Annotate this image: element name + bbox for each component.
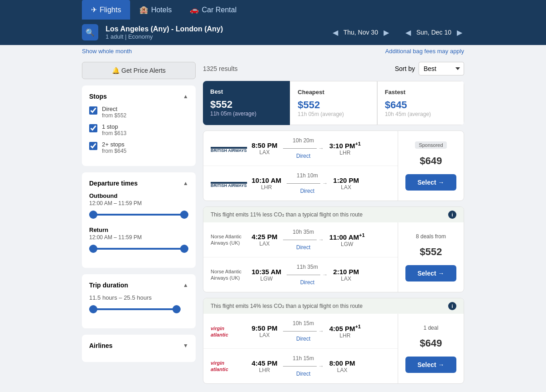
eco-banner-3: This flight emits 14% less CO₂ than a ty… xyxy=(203,298,464,314)
stop-2plus-item: 2+ stops from $645 xyxy=(89,141,188,154)
flight-2-ret-dur-text: 11h 35m xyxy=(287,264,328,270)
show-whole-month-link[interactable]: Show whole month xyxy=(82,48,132,55)
return-label: Return xyxy=(89,226,188,233)
stop-1stop-item: 1 stop from $613 xyxy=(89,123,188,136)
flight-1-out-depart-airport: LAX xyxy=(252,149,278,156)
next-return-date[interactable]: ▶ xyxy=(455,26,464,39)
outbound-slider[interactable] xyxy=(89,210,188,219)
airlines-chevron: ▼ xyxy=(183,342,188,349)
flights-icon: ✈ xyxy=(91,5,97,14)
trip-duration-thumb-left[interactable] xyxy=(89,305,97,313)
trip-duration-track xyxy=(89,308,178,310)
select-button-3[interactable]: Select → xyxy=(405,357,456,373)
eco-banner-2: This flight emits 11% less CO₂ than a ty… xyxy=(203,207,464,222)
outbound-date-nav: ◀ Thu, Nov 30 ▶ xyxy=(331,26,391,39)
top-nav: ✈ Flights 🏨 Hotels 🚗 Car Rental xyxy=(0,0,546,20)
flight-2-ret-depart-time: 10:35 AM xyxy=(252,268,281,276)
eco-info-icon-3[interactable]: i xyxy=(448,302,456,310)
trip-duration-thumb-right[interactable] xyxy=(172,305,181,313)
flight-3-legs: virgin atlantic 9:50 PM LAX 10h xyxy=(203,314,398,383)
flight-1-out-stops: Direct xyxy=(283,153,324,159)
stop-2plus-checkbox[interactable] xyxy=(89,142,97,150)
eco-info-icon-2[interactable]: i xyxy=(448,211,456,219)
flight-3-price-col: 1 deal $649 Select → xyxy=(398,314,464,383)
flight-3-return-times: 4:45 PM LHR 11h 15m → Direct xyxy=(252,355,390,377)
flight-2-ret-depart: 10:35 AM LGW xyxy=(252,268,281,282)
return-thumb-left[interactable] xyxy=(89,245,97,253)
flight-2-out-bar xyxy=(283,240,317,240)
stops-label: Stops xyxy=(89,93,107,100)
return-track xyxy=(89,248,188,250)
bag-fees-link[interactable]: Additional bag fees may apply xyxy=(385,48,464,55)
flight-2-outbound: Norse AtlanticAirways (UK) 4:25 PM LAX 1… xyxy=(203,222,398,257)
outbound-track xyxy=(89,214,188,216)
flight-3-ret-duration: 11h 15m → Direct xyxy=(283,355,324,377)
prev-return-date[interactable]: ◀ xyxy=(404,26,413,39)
prev-outbound-date[interactable]: ◀ xyxy=(331,26,340,39)
virgin-atlantic-logo-2: virgin atlantic xyxy=(211,359,238,372)
sub-bar: Show whole month Additional bag fees may… xyxy=(0,45,546,57)
trip-duration-label: Trip duration xyxy=(89,281,128,289)
price-tab-cheapest[interactable]: Cheapest $552 11h 05m (average) xyxy=(290,81,377,125)
flight-2-return-times: 10:35 AM LGW 11h 35m → Direct xyxy=(252,264,390,286)
search-info: Los Angeles (Any) - London (Any) 1 adult… xyxy=(106,25,223,40)
flight-2-price: $552 xyxy=(420,246,442,258)
nav-tab-car-rental[interactable]: 🚗 Car Rental xyxy=(181,0,245,20)
flight-1-ret-depart: 10:10 AM LHR xyxy=(252,176,281,191)
arrow-icon-2: → xyxy=(322,180,328,186)
flight-2-out-duration: 10h 35m → Direct xyxy=(283,229,324,251)
return-thumb-right[interactable] xyxy=(180,245,188,253)
outbound-thumb-right[interactable] xyxy=(180,211,188,219)
svg-text:BRITISH AIRWAYS: BRITISH AIRWAYS xyxy=(211,183,247,188)
results-header: 1325 results Sort by Best Cheapest Faste… xyxy=(203,62,464,75)
outbound-date: Thu, Nov 30 xyxy=(344,29,378,36)
nav-tab-flights[interactable]: ✈ Flights xyxy=(82,0,130,20)
stop-1stop-checkbox[interactable] xyxy=(89,124,97,132)
flight-2-ret-stops: Direct xyxy=(287,279,328,286)
outbound-label: Outbound xyxy=(89,192,188,199)
flight-3-outbound: virgin atlantic 9:50 PM LAX 10h xyxy=(203,314,398,349)
search-route: Los Angeles (Any) - London (Any) xyxy=(106,25,223,33)
flight-1-return-times: 10:10 AM LHR 11h 10m → Direct xyxy=(252,172,390,194)
search-button[interactable]: 🔍 xyxy=(82,24,98,40)
flight-2-ret-arrive-airport: LAX xyxy=(333,276,359,282)
flight-1-ret-bar xyxy=(287,183,320,184)
next-outbound-date[interactable]: ▶ xyxy=(382,26,391,39)
flight-2-legs: Norse AtlanticAirways (UK) 4:25 PM LAX 1… xyxy=(203,222,398,292)
stop-2plus-label: 2+ stops xyxy=(102,141,126,148)
airlines-filter: Airlines ▼ xyxy=(82,335,196,362)
stops-chevron: ▲ xyxy=(183,93,188,100)
return-slider[interactable] xyxy=(89,244,188,253)
outbound-thumb-left[interactable] xyxy=(89,211,97,219)
sort-select[interactable]: Best Cheapest Fastest xyxy=(419,62,464,75)
flight-3-ret-dur-text: 11h 15m xyxy=(283,355,324,362)
select-button-1[interactable]: Select → xyxy=(405,174,456,191)
select-button-2[interactable]: Select → xyxy=(405,265,456,281)
flight-1-price: $649 xyxy=(420,155,442,167)
flight-1-outbound-airline: BRITISH AIRWAYS xyxy=(211,143,252,154)
flight-2-out-dur-text: 10h 35m xyxy=(283,229,324,235)
flight-1-ret-dur-text: 11h 10m xyxy=(287,172,328,179)
nav-tab-hotels[interactable]: 🏨 Hotels xyxy=(130,0,181,20)
flight-2-deals: 8 deals from xyxy=(416,233,446,240)
trip-duration-slider[interactable] xyxy=(89,305,188,314)
flight-card-2-inner: Norse AtlanticAirways (UK) 4:25 PM LAX 1… xyxy=(203,222,464,292)
price-tab-fastest[interactable]: Fastest $645 10h 45m (average) xyxy=(377,81,464,125)
arrow-icon-5: → xyxy=(318,328,324,334)
svg-text:atlantic: atlantic xyxy=(211,367,228,372)
flight-3-out-arrive-time: 4:05 PM+1 xyxy=(329,324,361,332)
price-tab-fastest-label: Fastest xyxy=(385,89,456,95)
sponsored-badge-1: Sponsored xyxy=(415,141,446,149)
flight-3-out-airline: virgin atlantic xyxy=(211,325,252,337)
flight-1-outbound: BRITISH AIRWAYS 8:50 PM LAX 10h 20m xyxy=(203,131,398,166)
flight-1-price-col: Sponsored $649 Select → xyxy=(398,131,464,201)
sort-by: Sort by Best Cheapest Fastest xyxy=(395,62,464,75)
hotels-icon: 🏨 xyxy=(139,5,148,14)
stop-direct-checkbox[interactable] xyxy=(89,106,97,115)
flight-card-1: BRITISH AIRWAYS 8:50 PM LAX 10h 20m xyxy=(203,131,464,201)
price-tab-best[interactable]: Best $552 11h 05m (average) xyxy=(203,81,290,125)
flight-2-out-airline-name: Norse AtlanticAirways (UK) xyxy=(211,233,252,246)
search-bar: 🔍 Los Angeles (Any) - London (Any) 1 adu… xyxy=(0,20,546,45)
price-alert-button[interactable]: 🔔 Get Price Alerts xyxy=(82,62,196,79)
flight-1-outbound-times: 8:50 PM LAX 10h 20m → Direct xyxy=(252,137,390,159)
